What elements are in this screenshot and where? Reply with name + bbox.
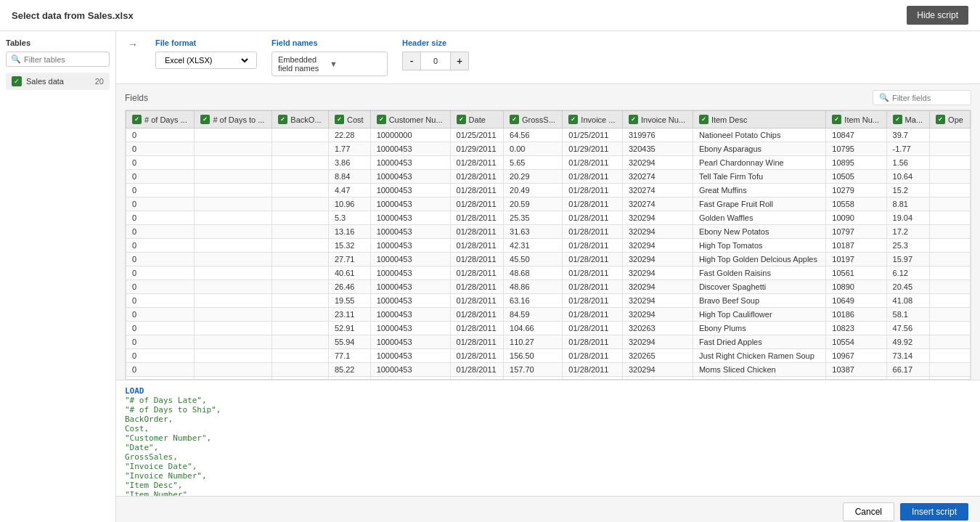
table-cell: 27.71 — [328, 253, 370, 266]
col-header-days-to[interactable]: # of Days to ... — [195, 111, 272, 129]
header-size-increment[interactable]: + — [450, 52, 469, 70]
table-cell: Moms Sliced Chicken — [693, 363, 825, 377]
col-header-days[interactable]: # of Days ... — [126, 111, 195, 129]
table-cell: 0 — [126, 129, 195, 142]
filter-fields-input[interactable] — [892, 94, 965, 102]
table-cell: 20.29 — [504, 170, 563, 184]
table-cell: 01/28/2011 — [563, 322, 623, 335]
table-cell — [930, 142, 971, 156]
table-cell — [272, 184, 329, 197]
col-header-backorder[interactable]: BackO... — [272, 111, 329, 129]
table-cell: 55.94 — [328, 335, 370, 349]
cancel-button[interactable]: Cancel — [843, 502, 894, 521]
table-cell — [195, 142, 272, 156]
table-cell: 5.3 — [328, 211, 370, 225]
insert-script-button[interactable]: Insert script — [900, 503, 968, 521]
table-cell — [930, 363, 971, 377]
col-header-item-num[interactable]: Item Nu... — [826, 111, 886, 129]
filter-tables-wrapper[interactable]: 🔍 — [6, 52, 110, 67]
table-cell: 66.17 — [886, 363, 930, 377]
table-cell: 01/28/2011 — [450, 349, 503, 363]
col-header-item-desc[interactable]: Item Desc — [693, 111, 825, 129]
table-cell — [272, 253, 329, 266]
table-cell: 52.91 — [328, 322, 370, 335]
table-cell: 104.66 — [504, 322, 563, 335]
table-cell: 0 — [126, 197, 195, 211]
table-cell — [195, 156, 272, 170]
table-cell: 1.56 — [886, 156, 930, 170]
table-cell: Bravo Beef Soup — [693, 294, 825, 308]
col-header-invoice-date[interactable]: Invoice ... — [563, 111, 623, 129]
file-format-select-wrapper[interactable]: Excel (XLSX) CSV QVD — [155, 52, 257, 69]
table-cell: 0 — [126, 335, 195, 349]
table-cell: 13.16 — [328, 225, 370, 239]
table-cell: 10505 — [826, 170, 886, 184]
table-cell — [930, 225, 971, 239]
table-cell: 0 — [126, 239, 195, 253]
table-cell: 01/28/2011 — [563, 308, 623, 322]
table-cell: 39.7 — [886, 129, 930, 142]
table-cell: 10000453 — [370, 239, 450, 253]
table-cell — [272, 170, 329, 184]
top-bar: Select data from Sales.xlsx Hide script — [0, 0, 980, 31]
table-cell: 01/28/2011 — [563, 211, 623, 225]
table-row: 05.31000045301/28/201125.3501/28/2011320… — [126, 211, 971, 225]
table-cell — [930, 129, 971, 142]
table-cell: High Top Cauliflower — [693, 308, 825, 322]
table-row: 077.11000045301/28/2011156.5001/28/20113… — [126, 349, 971, 363]
col-header-invoice-num[interactable]: Invoice Nu... — [622, 111, 693, 129]
script-line: "Item Desc", — [125, 481, 971, 490]
table-row: 08.841000045301/28/201120.2901/28/201132… — [126, 170, 971, 184]
table-cell — [195, 280, 272, 294]
table-cell: 01/28/2011 — [450, 308, 503, 322]
file-format-select[interactable]: Excel (XLSX) CSV QVD — [162, 55, 250, 65]
table-cell: 0 — [126, 156, 195, 170]
table-cell: 320294 — [622, 239, 693, 253]
table-cell — [195, 170, 272, 184]
table-checkbox[interactable] — [12, 76, 22, 86]
table-cell: 26.46 — [328, 280, 370, 294]
script-line: "Date", — [125, 443, 971, 452]
table-cell: Nationeel Potato Chips — [693, 129, 825, 142]
tables-section-title: Tables — [6, 38, 110, 47]
table-cell: 23.11 — [328, 308, 370, 322]
sales-data-table-item[interactable]: Sales data 20 — [6, 73, 110, 90]
filter-fields-wrapper[interactable]: 🔍 — [873, 90, 971, 105]
table-cell: 15.32 — [328, 239, 370, 253]
table-cell: 20.59 — [504, 197, 563, 211]
table-cell: Fast Golden Raisins — [693, 266, 825, 280]
right-panel: → File format Excel (XLSX) CSV QVD Field… — [116, 31, 980, 522]
table-cell: 31.63 — [504, 225, 563, 239]
table-cell: 0 — [126, 308, 195, 322]
table-cell: 320294 — [622, 308, 693, 322]
table-cell — [272, 280, 329, 294]
header-size-decrement[interactable]: - — [402, 52, 421, 70]
col-header-gross[interactable]: GrossS... — [504, 111, 563, 129]
col-header-margin[interactable]: Ma... — [886, 111, 930, 129]
field-names-dropdown[interactable]: Embedded field names ▼ — [271, 52, 388, 76]
filter-tables-input[interactable] — [24, 55, 105, 64]
table-cell: 77.1 — [328, 349, 370, 363]
script-line: "Customer Number", — [125, 433, 971, 443]
table-cell: Ebony Asparagus — [693, 142, 825, 156]
table-cell: High Top Tomatos — [693, 239, 825, 253]
table-row: 027.711000045301/28/201145.5001/28/20113… — [126, 253, 971, 266]
table-cell: 10000453 — [370, 266, 450, 280]
col-header-date[interactable]: Date — [450, 111, 503, 129]
table-cell: 01/28/2011 — [450, 335, 503, 349]
table-cell: 22.28 — [328, 129, 370, 142]
table-cell: 0 — [126, 280, 195, 294]
table-cell: 10000000 — [370, 129, 450, 142]
table-cell — [930, 211, 971, 225]
col-header-cost[interactable]: Cost — [328, 111, 370, 129]
table-cell: 10000453 — [370, 308, 450, 322]
table-cell: 01/29/2011 — [563, 142, 623, 156]
col-header-customer[interactable]: Customer Nu... — [370, 111, 450, 129]
table-cell: 320294 — [622, 294, 693, 308]
table-cell — [195, 335, 272, 349]
col-header-ope[interactable]: Ope — [930, 111, 971, 129]
table-cell: 01/28/2011 — [450, 322, 503, 335]
table-container[interactable]: # of Days ... # of Days to ... BackO... … — [125, 110, 971, 380]
table-cell: 10847 — [826, 129, 886, 142]
hide-script-button[interactable]: Hide script — [907, 6, 968, 25]
